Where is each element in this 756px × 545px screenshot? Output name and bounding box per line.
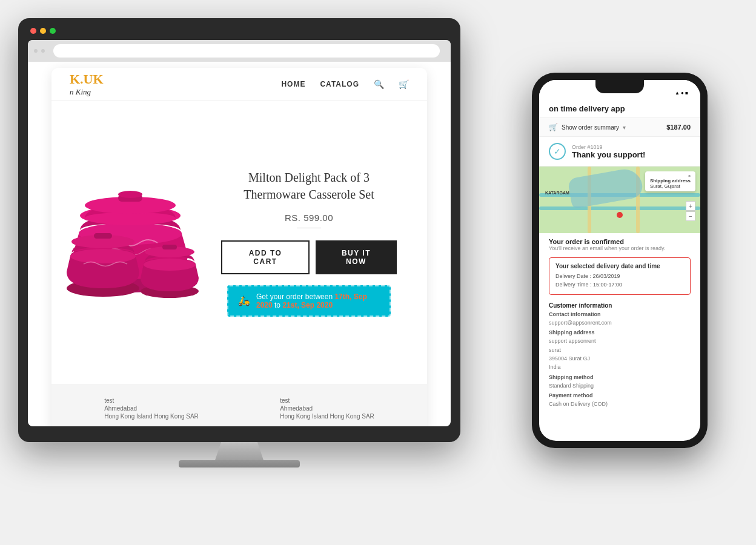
product-price: RS. 599.00 [221, 213, 397, 223]
site-bottom-strip: test Ahmedabad Hong Kong Island Hong Kon… [51, 384, 427, 426]
order-confirmed-section: ✓ Order #1019 Thank you support! [539, 137, 700, 167]
map-controls: + − [686, 201, 695, 221]
browser-back [34, 49, 38, 53]
bottom-label-1: test [104, 397, 199, 404]
dot-red[interactable] [30, 28, 36, 34]
order-confirmed-text: Your order is confirmed You'll receive a… [539, 233, 700, 254]
dot-yellow[interactable] [40, 28, 46, 34]
payment-heading: Payment method [549, 392, 691, 398]
shipping-method-value: Standard Shipping [549, 382, 691, 390]
map-popup: × Shipping address Surat, Gujarat [645, 171, 695, 191]
delivery-banner: 🛵 Get your order between 17th, Sep 2020 … [227, 285, 391, 317]
price-divider [297, 228, 321, 228]
shipping-line2: surat [549, 346, 691, 354]
product-title: Milton Delight Pack of 3 Thermoware Cass… [221, 169, 397, 203]
map-section: KATARGAM × Shipping address Surat, Gujar… [539, 167, 700, 233]
url-bar[interactable] [53, 44, 440, 58]
monitor-body: K.UK n King HOME CATALOG 🔍 🛒 [18, 18, 460, 442]
bottom-region-2: Hong Kong Island Hong Kong SAR [280, 413, 374, 420]
payment-value: Cash on Delivery (COD) [549, 400, 691, 408]
nav-home[interactable]: HOME [281, 80, 305, 88]
browser-chrome [28, 40, 451, 62]
svg-point-11 [144, 259, 196, 271]
order-number: Order #1019 [572, 144, 645, 150]
phone: ▲ ● ■ on time delivery app 🛒 Show order … [532, 73, 708, 448]
phone-screen: ▲ ● ■ on time delivery app 🛒 Show order … [539, 80, 700, 441]
site-nav: K.UK n King HOME CATALOG 🔍 🛒 [51, 68, 427, 101]
website-content: K.UK n King HOME CATALOG 🔍 🛒 [28, 62, 451, 426]
bottom-label-2: test [280, 397, 374, 404]
app-title: on time delivery app [549, 104, 625, 113]
delivery-icon: 🛵 [238, 295, 250, 306]
logo-sub: n King [70, 87, 104, 97]
order-info: Order #1019 Thank you support! [572, 144, 645, 159]
monitor-stand [209, 442, 270, 460]
delivery-text: Get your order between 17th, Sep 2020 to… [256, 292, 380, 309]
browser-forward [41, 49, 45, 53]
confirmed-subtitle: You'll receive an email when your order … [549, 245, 691, 251]
order-thank: Thank you support! [572, 150, 645, 159]
order-cart-icon: 🛒 [549, 123, 558, 131]
shipping-method-heading: Shipping method [549, 374, 691, 380]
customer-info-section: Customer information Contact information… [539, 299, 700, 412]
map-background: KATARGAM × Shipping address Surat, Gujar… [539, 167, 700, 233]
monitor-base [179, 460, 300, 467]
shipping-line3: 395004 Surat GJ [549, 354, 691, 363]
product-image-section [51, 182, 209, 303]
map-road-h-2 [539, 206, 700, 210]
app-header: on time delivery app [539, 98, 700, 118]
status-icons: ▲ ● ■ [675, 90, 688, 96]
phone-scroll-content: ✓ Order #1019 Thank you support! [539, 137, 700, 441]
order-summary-left: 🛒 Show order summary ▾ [549, 123, 626, 131]
delivery-date-end: 21st, Sep 2020 [282, 301, 333, 309]
btn-group: ADD TO CART BUY IT NOW [221, 240, 397, 274]
cart-icon[interactable]: 🛒 [399, 79, 409, 89]
bottom-city-1: Ahmedabad [104, 405, 199, 412]
map-popup-close[interactable]: × [650, 174, 691, 178]
delivery-info-title: Your selected delivery date and time [555, 263, 684, 269]
monitor: K.UK n King HOME CATALOG 🔍 🛒 [18, 18, 460, 515]
check-circle-icon: ✓ [549, 143, 566, 160]
confirmed-title: Your order is confirmed [549, 238, 691, 245]
map-zoom-in[interactable]: + [686, 201, 695, 211]
contact-heading: Contact information [549, 311, 691, 317]
svg-point-5 [118, 191, 142, 198]
search-icon[interactable]: 🔍 [374, 79, 384, 89]
delivery-info-box: Your selected delivery date and time Del… [549, 257, 691, 295]
order-summary-bar[interactable]: 🛒 Show order summary ▾ $187.00 [539, 118, 700, 137]
bottom-city-2: Ahmedabad [280, 405, 374, 412]
svg-rect-13 [162, 245, 177, 249]
delivery-time-row: Delivery Time : 15:00-17:00 [555, 280, 684, 289]
svg-point-7 [70, 249, 136, 263]
site-logo: K.UK n King [70, 71, 104, 97]
nav-catalog[interactable]: CATALOG [320, 80, 359, 88]
order-price: $187.00 [666, 124, 691, 131]
bottom-region-1: Hong Kong Island Hong Kong SAR [104, 413, 199, 420]
contact-value: support@appsonrent.com [549, 319, 691, 327]
product-details: Milton Delight Pack of 3 Thermoware Cass… [221, 169, 409, 317]
map-pin [617, 212, 623, 218]
delivery-date-row: Delivery Date : 26/03/2019 [555, 272, 684, 280]
map-popup-city: Surat, Gujarat [650, 183, 691, 189]
map-water [568, 167, 645, 209]
logo-main: K.UK [70, 71, 104, 87]
phone-body: ▲ ● ■ on time delivery app 🛒 Show order … [532, 73, 708, 448]
add-to-cart-button[interactable]: ADD TO CART [221, 240, 310, 274]
customer-info-heading: Customer information [549, 302, 691, 309]
map-zoom-out[interactable]: − [686, 211, 695, 221]
site-wrapper: K.UK n King HOME CATALOG 🔍 🛒 [51, 68, 427, 426]
monitor-screen: K.UK n King HOME CATALOG 🔍 🛒 [28, 40, 451, 426]
svg-rect-9 [94, 233, 112, 239]
dot-green[interactable] [50, 28, 56, 34]
bottom-col-2: test Ahmedabad Hong Kong Island Hong Kon… [280, 397, 374, 420]
bottom-col-1: test Ahmedabad Hong Kong Island Hong Kon… [104, 397, 199, 420]
shipping-line1: support appsonrent [549, 337, 691, 345]
browser-dots [28, 28, 451, 34]
buy-it-now-button[interactable]: BUY IT NOW [316, 240, 397, 274]
product-area: Milton Delight Pack of 3 Thermoware Cass… [51, 101, 427, 384]
shipping-line4: India [549, 363, 691, 371]
product-image [55, 182, 206, 303]
phone-notch [595, 80, 644, 93]
chevron-down-icon: ▾ [623, 124, 626, 131]
shipping-address-heading: Shipping address [549, 329, 691, 335]
